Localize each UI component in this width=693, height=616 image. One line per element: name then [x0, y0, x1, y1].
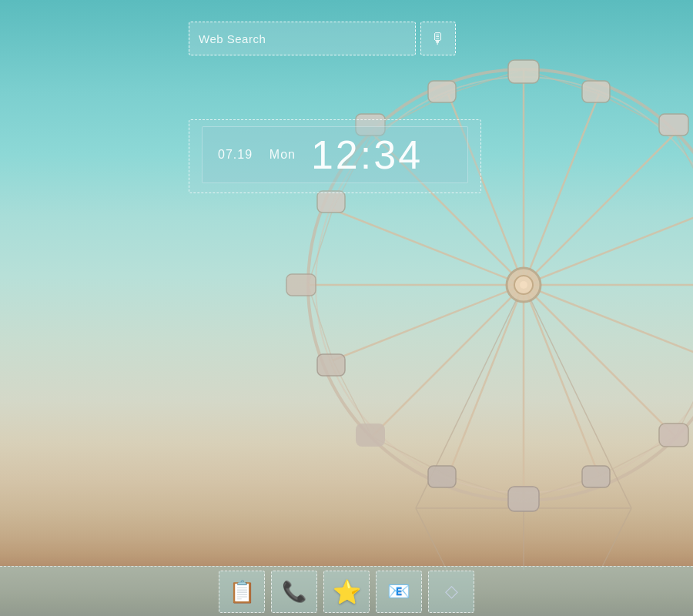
svg-line-18 — [524, 285, 631, 508]
search-input[interactable]: Web Search — [199, 32, 266, 45]
day-value: Mon — [270, 148, 296, 161]
svg-rect-44 — [508, 487, 539, 511]
ferris-wheel-image — [200, 31, 693, 570]
clock-widget: 07.19 Mon 12:34 — [189, 119, 481, 193]
taskbar: 📋 📞 ⭐ 📧 ◇ — [0, 566, 693, 616]
svg-line-23 — [416, 508, 454, 570]
svg-rect-55 — [428, 81, 456, 102]
svg-line-13 — [333, 285, 524, 360]
time-display: 12:34 — [311, 135, 423, 175]
svg-line-22 — [593, 508, 631, 570]
svg-rect-46 — [286, 274, 316, 296]
mic-button[interactable]: 🎙 — [420, 22, 456, 55]
search-bar[interactable]: Web Search — [189, 22, 416, 55]
svg-rect-45 — [356, 424, 385, 447]
svg-rect-53 — [317, 354, 345, 376]
svg-rect-40 — [508, 60, 539, 83]
search-container: Web Search 🎙 — [189, 22, 456, 55]
svg-line-16 — [524, 285, 599, 476]
svg-line-15 — [333, 209, 524, 285]
mail-icon: 📧 — [387, 581, 410, 602]
svg-rect-54 — [317, 191, 345, 213]
phone-icon: 📞 — [282, 580, 306, 604]
taskbar-diamond[interactable]: ◇ — [428, 571, 474, 613]
svg-line-11 — [448, 285, 524, 476]
date-value: 07.19 — [218, 148, 253, 161]
date-display: 07.19 Mon — [218, 148, 296, 162]
svg-rect-51 — [582, 466, 610, 487]
taskbar-favorites[interactable]: ⭐ — [323, 571, 370, 613]
notes-icon: 📋 — [229, 579, 256, 604]
clock-inner: 07.19 Mon 12:34 — [202, 126, 468, 183]
taskbar-mail[interactable]: 📧 — [376, 571, 422, 613]
svg-rect-41 — [659, 114, 688, 136]
microphone-icon: 🎙 — [430, 30, 446, 48]
svg-point-58 — [520, 281, 527, 289]
svg-line-10 — [524, 94, 599, 285]
svg-rect-52 — [428, 466, 456, 487]
svg-rect-43 — [659, 424, 688, 447]
diamond-icon: ◇ — [445, 581, 458, 601]
svg-line-6 — [524, 133, 675, 285]
taskbar-notes[interactable]: 📋 — [219, 571, 265, 613]
svg-line-8 — [524, 285, 675, 437]
svg-rect-48 — [582, 81, 610, 102]
svg-line-7 — [372, 285, 524, 437]
taskbar-phone[interactable]: 📞 — [271, 571, 317, 613]
star-icon: ⭐ — [333, 578, 361, 605]
